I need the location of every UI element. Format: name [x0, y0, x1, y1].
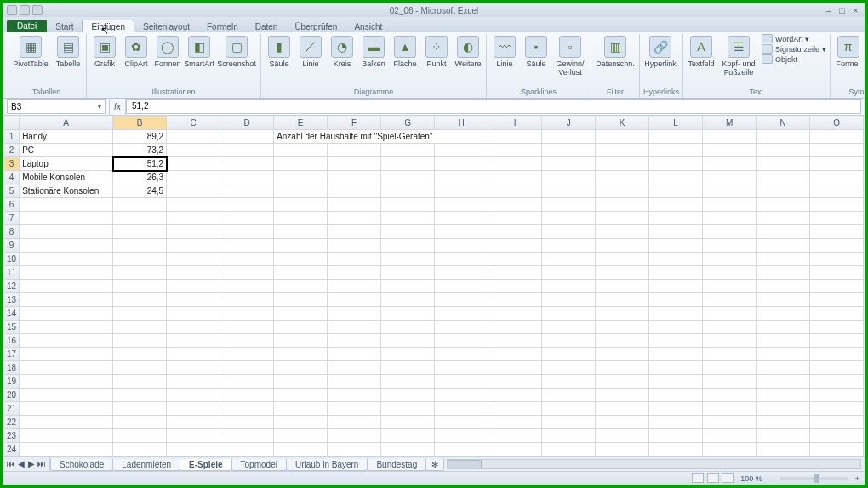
worksheet-grid[interactable]: ABCDEFGHIJKLMNO1Handy89,2Anzahl der Haus…: [3, 116, 865, 456]
cell-O12[interactable]: [810, 280, 864, 293]
sheet-first-icon[interactable]: ⏮: [7, 459, 15, 468]
row-header-16[interactable]: 16: [4, 334, 20, 348]
cell-K13[interactable]: [596, 293, 649, 307]
cell-H8[interactable]: [435, 225, 488, 239]
cell-B5[interactable]: 24,5: [113, 184, 167, 198]
cell-E3[interactable]: [274, 157, 328, 171]
sheet-tab-E-Spiele[interactable]: E-Spiele: [180, 459, 231, 471]
cell-F13[interactable]: [328, 293, 381, 307]
cell-O17[interactable]: [810, 348, 864, 361]
cell-L10[interactable]: [649, 253, 703, 266]
cell-F23[interactable]: [328, 429, 381, 443]
sheet-tab-Ladenmieten[interactable]: Ladenmieten: [112, 459, 180, 471]
screenshot-button[interactable]: ▢Screenshot: [216, 34, 257, 68]
cell-O21[interactable]: [810, 402, 864, 416]
cell-D23[interactable]: [220, 429, 274, 443]
row-header-22[interactable]: 22: [4, 416, 20, 429]
cell-K22[interactable]: [596, 416, 649, 429]
qat-save-icon[interactable]: [7, 5, 17, 15]
pivottable-button[interactable]: ▦PivotTable: [10, 34, 51, 68]
view-layout-button[interactable]: [707, 473, 719, 483]
cell-G13[interactable]: [381, 293, 435, 307]
cell-H20[interactable]: [435, 389, 488, 402]
cell-E16[interactable]: [274, 334, 328, 348]
cell-A18[interactable]: [20, 361, 113, 375]
cell-D7[interactable]: [220, 212, 274, 225]
cell-B9[interactable]: [113, 239, 167, 253]
cell-E4[interactable]: [274, 171, 328, 184]
cell-M9[interactable]: [703, 239, 757, 253]
symbol-button[interactable]: ΩSymbol: [865, 34, 868, 68]
cell-H22[interactable]: [435, 416, 488, 429]
sheet-tab-Urlaub in Bayern[interactable]: Urlaub in Bayern: [286, 459, 368, 471]
cell-N2[interactable]: [757, 144, 810, 157]
cell-O22[interactable]: [810, 416, 864, 429]
column-header-A[interactable]: A: [20, 116, 113, 130]
cell-I16[interactable]: [488, 334, 542, 348]
cell-L17[interactable]: [649, 348, 703, 361]
row-header-3[interactable]: 3: [4, 157, 20, 171]
cell-B20[interactable]: [113, 389, 167, 402]
cell-A9[interactable]: [20, 239, 113, 253]
cell-O10[interactable]: [810, 253, 864, 266]
cell-A11[interactable]: [20, 266, 113, 280]
row-header-13[interactable]: 13: [4, 293, 20, 307]
cell-B24[interactable]: [113, 443, 167, 457]
cell-F14[interactable]: [328, 307, 381, 321]
cell-F17[interactable]: [328, 348, 381, 361]
cell-M11[interactable]: [703, 266, 757, 280]
cell-I5[interactable]: [488, 184, 542, 198]
balken-button[interactable]: ▬Balken: [359, 34, 388, 68]
cell-B8[interactable]: [113, 225, 167, 239]
cell-O6[interactable]: [810, 198, 864, 212]
cell-J16[interactable]: [542, 334, 596, 348]
cell-A24[interactable]: [20, 443, 113, 457]
cell-N1[interactable]: [757, 130, 810, 144]
sheet-tab-Bundestag[interactable]: Bundestag: [367, 459, 426, 471]
cell-B13[interactable]: [113, 293, 167, 307]
cell-C1[interactable]: [167, 130, 220, 144]
cell-B18[interactable]: [113, 361, 167, 375]
row-header-19[interactable]: 19: [4, 375, 20, 389]
cell-H4[interactable]: [435, 171, 488, 184]
cell-A20[interactable]: [20, 389, 113, 402]
row-header-10[interactable]: 10: [4, 253, 20, 266]
cell-G6[interactable]: [381, 198, 435, 212]
column-header-C[interactable]: C: [167, 116, 220, 130]
cell-A1[interactable]: Handy: [20, 130, 113, 144]
cell-K2[interactable]: [596, 144, 649, 157]
cell-E1[interactable]: Anzahl der Haushalte mit "Spiel-Geräten": [274, 130, 488, 144]
cell-K3[interactable]: [596, 157, 649, 171]
cell-M5[interactable]: [703, 184, 757, 198]
cell-H16[interactable]: [435, 334, 488, 348]
cell-I18[interactable]: [488, 361, 542, 375]
cell-F2[interactable]: [328, 144, 381, 157]
cell-B7[interactable]: [113, 212, 167, 225]
cell-M23[interactable]: [703, 429, 757, 443]
cell-B19[interactable]: [113, 375, 167, 389]
tab-file[interactable]: Datei: [7, 20, 47, 32]
cell-J23[interactable]: [542, 429, 596, 443]
cell-C11[interactable]: [167, 266, 220, 280]
cell-M22[interactable]: [703, 416, 757, 429]
cell-L21[interactable]: [649, 402, 703, 416]
cell-I22[interactable]: [488, 416, 542, 429]
cell-E21[interactable]: [274, 402, 328, 416]
cell-C8[interactable]: [167, 225, 220, 239]
row-header-9[interactable]: 9: [4, 239, 20, 253]
cell-H17[interactable]: [435, 348, 488, 361]
cell-J3[interactable]: [542, 157, 596, 171]
cell-H15[interactable]: [435, 321, 488, 334]
cell-H5[interactable]: [435, 184, 488, 198]
cell-A17[interactable]: [20, 348, 113, 361]
cell-D14[interactable]: [220, 307, 274, 321]
cell-I2[interactable]: [488, 144, 542, 157]
column-header-H[interactable]: H: [435, 116, 488, 130]
cell-L2[interactable]: [649, 144, 703, 157]
cell-H24[interactable]: [435, 443, 488, 457]
spark-saule-button[interactable]: ▪Säule: [522, 34, 551, 68]
cell-I23[interactable]: [488, 429, 542, 443]
formen-button[interactable]: ◯Formen: [153, 34, 182, 68]
cell-E9[interactable]: [274, 239, 328, 253]
hyperlink-button[interactable]: 🔗Hyperlink: [643, 34, 677, 68]
